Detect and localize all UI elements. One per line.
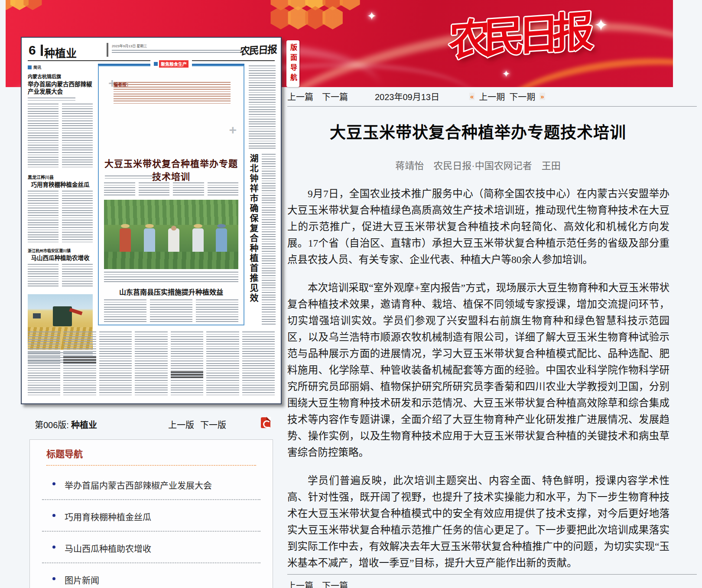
- article-title: 大豆玉米带状复合种植举办专题技术培训: [287, 120, 669, 143]
- thumb-page-number: 6: [29, 43, 36, 58]
- thumb-left-column: 简讯 内蒙古杭锦后旗 举办首届内蒙古西部辣椒产业发展大会 黑龙江桦川县 巧用育秧…: [28, 65, 93, 287]
- prev-issue-link[interactable]: 上一期: [479, 90, 505, 103]
- sparkle-icon: ✦: [502, 68, 510, 80]
- next-issue-icon[interactable]: »: [540, 93, 545, 100]
- article-paragraph: 本次培训采取“室外观摩+室内报告”方式，现场展示大豆生物育种和大豆玉米带状复合种…: [287, 279, 670, 461]
- thumb-fake-text: [104, 182, 238, 197]
- next-page-link[interactable]: 下一版: [200, 418, 226, 431]
- article-bottom-toolbar: 上一篇 下一篇: [287, 579, 348, 588]
- thumb-brief-label: 简讯: [28, 65, 93, 70]
- nav-item-article-1[interactable]: 举办首届内蒙古西部辣椒产业发展大会: [42, 468, 260, 500]
- hexagon-decoration: ⬢⬢⬢: [6, 0, 39, 11]
- thumb-header-divider: [107, 43, 108, 57]
- thumb-header-divider: [41, 45, 43, 56]
- thumb-article2-title: 巧用育秧棚种植金丝瓜: [28, 181, 93, 188]
- newspaper-masthead-logo: 农民日报: [448, 0, 587, 68]
- nav-item-article-2[interactable]: 巧用育秧棚种植金丝瓜: [42, 500, 260, 532]
- thumb-fake-text: [28, 104, 93, 169]
- thumb-fake-text: [28, 191, 93, 243]
- bullet-icon: [52, 514, 55, 517]
- title-navigation-list: 举办首届内蒙古西部辣椒产业发展大会 巧用育秧棚种植金丝瓜 马山西瓜种植助农增收 …: [42, 468, 260, 588]
- nav-item-article-3[interactable]: 马山西瓜种植助农增收: [42, 532, 260, 563]
- focus-tag: 聚焦粮食生产: [150, 60, 192, 68]
- page-navigation-vertical-label: 版面导航: [286, 40, 299, 87]
- hexagon-decoration: ⬢⬢ ⬢⬢ ⬢ ⬢⬢ ⬢⬢: [272, 0, 454, 27]
- corn-background: [104, 200, 238, 225]
- title-navigation-panel: 标题导航 举办首届内蒙古西部辣椒产业发展大会 巧用育秧棚种植金丝瓜 马山西瓜种植…: [29, 439, 273, 588]
- issue-date: 2023年09月13日: [375, 90, 439, 103]
- thumb-article2-location: 黑龙江桦川县: [28, 174, 93, 180]
- title-navigation-header: 标题导航: [46, 447, 273, 460]
- thumb-fake-text: [249, 65, 276, 150]
- prev-article-link-bottom[interactable]: 上一篇: [287, 579, 313, 588]
- field-group-photo: [104, 200, 238, 269]
- thumb-article1-title: 举办首届内蒙古西部辣椒产业发展大会: [28, 81, 93, 95]
- brief-icon: [28, 65, 32, 69]
- article-top-toolbar: 上一篇 下一篇 2023年09月13日 « 上一期 下一期 »: [287, 90, 697, 101]
- soybean-foreground: [104, 252, 238, 269]
- thumb-article4-title: 山东莒南县压实措施提升种植效益: [103, 286, 239, 297]
- prev-issue-icon[interactable]: «: [469, 93, 474, 100]
- nav-item-article-4[interactable]: 图片新闻: [42, 563, 260, 588]
- editor-note-label: 编者按：: [114, 81, 131, 88]
- thumb-date-line: 2023年9月13日 星期三: [112, 43, 147, 48]
- next-article-link[interactable]: 下一篇: [322, 90, 348, 103]
- thumb-fake-text: [28, 97, 75, 101]
- newspaper-page-thumbnail[interactable]: 6 种植业 2023年9月13日 星期三 农民日报 简讯 内蒙古杭锦后旗 举办首…: [21, 37, 282, 404]
- thumb-photo1-caption: [104, 272, 238, 283]
- thumb-article3-location: 浙江杭州市临安区潜川镇: [28, 248, 93, 253]
- edition-label: 第006版:: [35, 418, 69, 431]
- thumb-vertical-headline: 湖北钟祥市确保复合种植首推见效: [248, 154, 259, 304]
- thumb-fake-text: [104, 299, 238, 322]
- toolbar-divider: [287, 106, 697, 107]
- article-paragraph: 学员们普遍反映，此次培训主题突出、内容全面、特色鲜明，授课内容学术性高、针对性强…: [287, 472, 670, 571]
- bullet-icon: [52, 482, 55, 485]
- thumb-section-name: 种植业: [44, 45, 77, 60]
- thumb-fake-text: [262, 154, 276, 325]
- page-navigation-vertical-text: 版面导航: [288, 44, 298, 84]
- sparkle-icon: ✦: [367, 10, 377, 23]
- bullet-icon: [52, 577, 55, 580]
- sparkle-icon: ✦: [594, 16, 608, 35]
- thumb-subhead-bar: [171, 371, 203, 378]
- harvester-machine: [53, 306, 72, 326]
- pdf-icon[interactable]: [261, 417, 270, 428]
- edition-row: 第006版: 种植业 上一版 下一版: [35, 418, 271, 430]
- thumb-masthead-info-lines: [112, 50, 242, 54]
- thumb-article1-location: 内蒙古杭锦后旗: [28, 73, 93, 80]
- crop-mark: +: [229, 123, 237, 137]
- editor-note-text: [114, 82, 231, 104]
- orange-dotted-divider: [46, 465, 256, 466]
- thumb-article3-title: 马山西瓜种植助农增收: [28, 254, 93, 262]
- article-byline: 蒋靖怡 农民日报·中国农网记者 王田: [287, 158, 669, 172]
- article-body: 9月7日，全国农业技术推广服务中心（简称全国农技中心）在内蒙古兴安盟举办大豆玉米…: [287, 185, 670, 583]
- thumb-masthead-logo: 农民日报: [240, 41, 277, 58]
- thumb-bottom-section: [28, 331, 275, 396]
- thumb-subhead-bar: [63, 357, 96, 364]
- thumb-mini-byline: [105, 175, 157, 179]
- next-issue-link[interactable]: 下一期: [509, 90, 535, 103]
- thumb-fake-text: [28, 264, 93, 287]
- prev-page-link[interactable]: 上一版: [168, 418, 194, 431]
- tractor: [33, 313, 41, 318]
- bottom-divider: [287, 574, 697, 575]
- next-article-link-bottom[interactable]: 下一篇: [322, 579, 348, 588]
- bullet-icon: [52, 546, 55, 549]
- focus-tag-icon: [154, 62, 158, 66]
- edition-name: 种植业: [71, 418, 97, 431]
- article-paragraph: 9月7日，全国农业技术推广服务中心（简称全国农技中心）在内蒙古兴安盟举办大豆玉米…: [287, 185, 670, 268]
- prev-article-link[interactable]: 上一篇: [287, 90, 313, 103]
- thumb-focus-section: 聚焦粮食生产 + + 编者按： 大豆玉米带状复合种植举办专题技术培训 山东莒南县…: [98, 65, 244, 325]
- editor-note: 编者按：: [114, 81, 231, 104]
